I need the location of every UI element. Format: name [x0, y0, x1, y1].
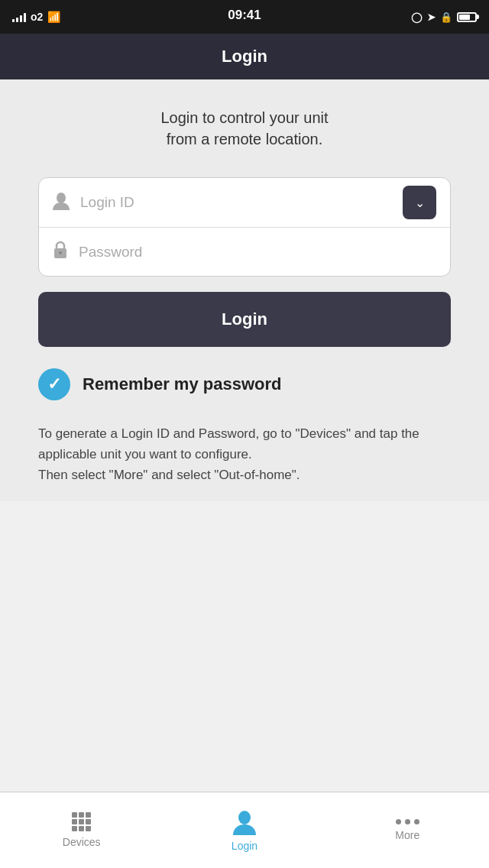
wifi-icon: 📶 — [47, 11, 60, 23]
lock-field-icon — [53, 241, 68, 263]
page-subtitle: Login to control your unitfrom a remote … — [38, 107, 451, 150]
carrier-label: o2 — [31, 11, 43, 23]
password-input[interactable] — [79, 228, 436, 276]
status-bar: o2 📶 09:41 ◯ ➤ 🔒 — [0, 0, 489, 34]
battery-icon — [457, 12, 477, 22]
tab-login[interactable]: Login — [163, 809, 325, 852]
login-id-row: ⌄ — [39, 178, 450, 227]
person-icon — [233, 809, 256, 835]
page-title: Login — [222, 47, 267, 66]
tab-devices-label: Devices — [63, 836, 101, 848]
remember-row: ✓ Remember my password — [38, 368, 451, 400]
status-time: 09:41 — [228, 8, 261, 23]
login-id-dropdown-button[interactable]: ⌄ — [403, 186, 436, 219]
lock-icon: 🔒 — [440, 11, 452, 23]
tab-login-label: Login — [232, 840, 257, 852]
tab-more[interactable]: More — [326, 819, 489, 841]
status-left: o2 📶 — [12, 11, 60, 23]
login-form: ⌄ — [38, 177, 451, 277]
clock-icon: ◯ — [411, 11, 423, 23]
chevron-down-icon: ⌄ — [415, 196, 425, 210]
more-dots-icon — [396, 819, 419, 824]
remember-checkbox[interactable]: ✓ — [38, 368, 70, 400]
tab-bar: Devices Login More — [0, 792, 489, 868]
login-button[interactable]: Login — [38, 292, 451, 347]
page-header: Login — [0, 34, 489, 79]
tab-devices[interactable]: Devices — [0, 812, 163, 848]
user-icon — [53, 192, 70, 214]
signal-icon — [12, 11, 26, 22]
svg-point-2 — [59, 251, 62, 254]
instructions-text: To generate a Login ID and Password, go … — [38, 423, 451, 486]
status-right: ◯ ➤ 🔒 — [411, 11, 477, 23]
svg-point-0 — [57, 193, 66, 203]
svg-point-3 — [238, 811, 251, 824]
location-icon: ➤ — [427, 11, 436, 23]
password-row — [39, 227, 450, 276]
tab-more-label: More — [395, 829, 419, 841]
remember-label: Remember my password — [83, 374, 281, 394]
login-id-input[interactable] — [80, 178, 403, 227]
checkmark-icon: ✓ — [47, 374, 61, 394]
devices-grid-icon — [72, 812, 91, 831]
main-content: Login to control your unitfrom a remote … — [0, 79, 489, 501]
